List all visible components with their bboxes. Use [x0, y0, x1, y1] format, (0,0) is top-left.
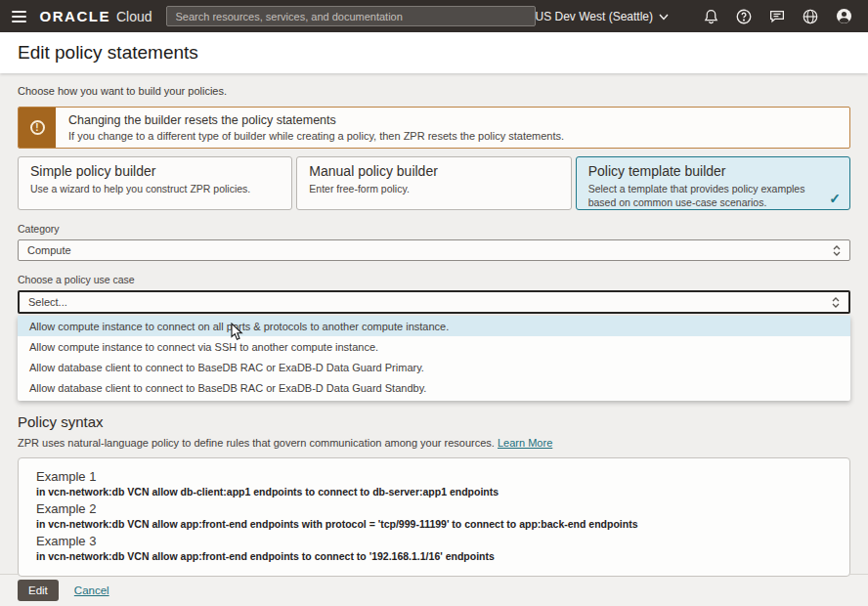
- policy-syntax-heading: Policy syntax: [18, 413, 850, 430]
- page-header: Edit policy statements: [0, 32, 868, 73]
- warning-banner: ! Changing the builder resets the policy…: [18, 107, 850, 149]
- select-chevrons-icon: [832, 297, 840, 308]
- card-title: Policy template builder: [588, 163, 838, 179]
- card-description: Enter free-form policy.: [309, 183, 558, 196]
- region-selector[interactable]: US Dev West (Seattle): [536, 10, 669, 23]
- warning-title: Changing the builder resets the policy s…: [68, 113, 564, 127]
- top-navigation-bar: ORACLE Cloud US Dev West (Seattle): [0, 0, 868, 32]
- category-label: Category: [18, 223, 850, 235]
- warning-banner-strip: !: [19, 108, 56, 148]
- example-2-label: Example 2: [36, 501, 832, 516]
- help-icon[interactable]: [731, 5, 757, 28]
- policy-examples-box: Example 1 in vcn-network:db VCN allow db…: [18, 457, 850, 577]
- topbar-actions: US Dev West (Seattle): [536, 5, 856, 28]
- search-input[interactable]: [166, 6, 536, 26]
- example-2-statement: in vcn-network:db VCN allow app:front-en…: [36, 518, 832, 530]
- intro-text: Choose how you want to build your polici…: [18, 73, 850, 97]
- logo-cloud-text: Cloud: [116, 9, 152, 24]
- use-case-option-2[interactable]: Allow compute instance to connect via SS…: [18, 336, 850, 357]
- oracle-cloud-console: ORACLE Cloud US Dev West (Seattle): [0, 0, 868, 606]
- card-policy-template-builder[interactable]: Policy template builder Select a templat…: [576, 156, 850, 210]
- select-chevrons-icon: [833, 245, 841, 256]
- selected-check-icon: ✓: [829, 191, 841, 206]
- example-3-label: Example 3: [36, 534, 832, 548]
- policy-syntax-description-text: ZPR uses natural-language policy to defi…: [18, 437, 495, 449]
- use-case-option-1[interactable]: Allow compute instance to connect on all…: [18, 316, 850, 336]
- card-description: Use a wizard to help you construct ZPR p…: [30, 183, 280, 196]
- page-title: Edit policy statements: [18, 42, 198, 64]
- chevron-down-icon: [659, 10, 669, 23]
- card-simple-policy-builder[interactable]: Simple policy builder Use a wizard to he…: [18, 156, 292, 210]
- card-description: Select a template that provides policy e…: [588, 183, 838, 209]
- hamburger-menu-icon[interactable]: [12, 11, 26, 22]
- use-case-select[interactable]: Select...: [18, 290, 850, 314]
- example-3-statement: in vcn-network:db VCN allow app:front-en…: [36, 550, 832, 562]
- logo-oracle-text: ORACLE: [40, 8, 110, 24]
- user-avatar-icon[interactable]: [831, 5, 856, 28]
- warning-icon: !: [30, 120, 45, 135]
- feedback-chat-icon[interactable]: [764, 5, 790, 28]
- learn-more-link[interactable]: Learn More: [498, 437, 552, 449]
- region-label: US Dev West (Seattle): [536, 10, 653, 23]
- builder-cards: Simple policy builder Use a wizard to he…: [18, 156, 850, 210]
- footer-action-bar: Edit Cancel: [0, 574, 868, 606]
- use-case-select-value: Select...: [28, 296, 67, 308]
- card-title: Manual policy builder: [309, 163, 558, 179]
- example-1-statement: in vcn-network:db VCN allow db-client:ap…: [36, 486, 832, 498]
- language-globe-icon[interactable]: [798, 5, 823, 28]
- cancel-link[interactable]: Cancel: [74, 584, 109, 596]
- card-title: Simple policy builder: [30, 163, 280, 179]
- edit-button[interactable]: Edit: [18, 580, 59, 601]
- oracle-cloud-logo[interactable]: ORACLE Cloud: [40, 8, 152, 24]
- use-case-option-4[interactable]: Allow database client to connect to Base…: [18, 377, 850, 398]
- use-case-options-panel: Allow compute instance to connect on all…: [18, 316, 850, 401]
- main-content: Choose how you want to build your polici…: [0, 73, 868, 577]
- card-manual-policy-builder[interactable]: Manual policy builder Enter free-form po…: [296, 156, 571, 210]
- category-select[interactable]: Compute: [18, 239, 850, 261]
- example-1-label: Example 1: [36, 469, 832, 484]
- notifications-bell-icon[interactable]: [698, 5, 723, 28]
- warning-banner-text: Changing the builder resets the policy s…: [56, 108, 577, 148]
- policy-syntax-description: ZPR uses natural-language policy to defi…: [18, 437, 850, 449]
- warning-body: If you change to a different type of bui…: [68, 130, 564, 142]
- category-select-value: Compute: [27, 244, 71, 256]
- use-case-option-3[interactable]: Allow database client to connect to Base…: [18, 357, 850, 377]
- use-case-label: Choose a policy use case: [18, 274, 850, 285]
